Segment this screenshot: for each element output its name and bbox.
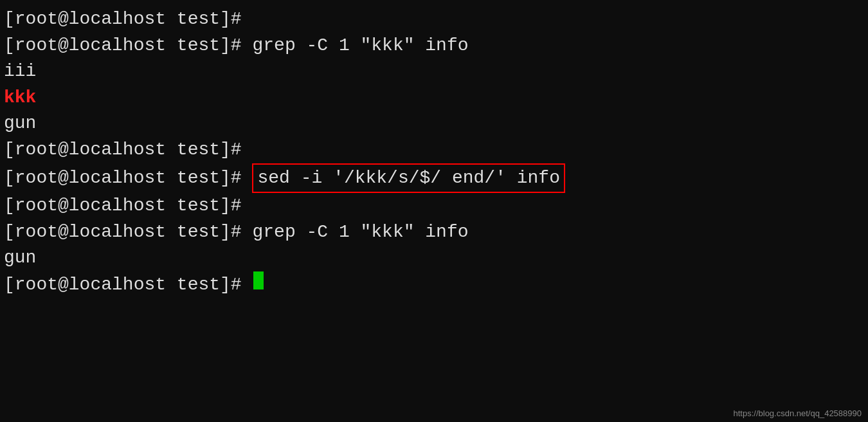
watermark: https://blog.csdn.net/qq_42588990: [734, 408, 862, 418]
output-5: gun: [4, 111, 36, 137]
terminal-line-12: gun: [4, 245, 864, 271]
output-red-4: kkk: [4, 85, 36, 111]
terminal-line-6: [root@localhost test]#: [4, 137, 864, 163]
prompt-13: [root@localhost test]#: [4, 272, 242, 298]
prompt-9: [root@localhost test]#: [4, 219, 242, 246]
terminal: [root@localhost test]# [root@localhost t…: [0, 0, 868, 305]
terminal-line-1: [root@localhost test]#: [4, 6, 864, 33]
prompt-1: [root@localhost test]#: [4, 6, 242, 33]
prompt-8: [root@localhost test]#: [4, 193, 242, 219]
terminal-line-3: iii: [4, 59, 864, 85]
prompt-2: [root@localhost test]#: [4, 33, 242, 59]
terminal-line-2: [root@localhost test]# grep -C 1 "kkk" i…: [4, 33, 864, 59]
terminal-line-5: gun: [4, 111, 864, 137]
sed-command-highlighted: sed -i '/kkk/s/$/ end/' info: [252, 163, 565, 194]
terminal-line-4: kkk: [4, 85, 864, 111]
command-2: grep -C 1 "kkk" info: [242, 33, 469, 59]
terminal-line-9: [root@localhost test]# grep -C 1 "kkk" i…: [4, 219, 864, 246]
cursor: [253, 271, 264, 289]
command-space-13: [242, 272, 253, 298]
prompt-6: [root@localhost test]#: [4, 137, 242, 163]
command-pre-7: [242, 165, 253, 192]
output-12: gun: [4, 245, 36, 271]
terminal-line-8: [root@localhost test]#: [4, 193, 864, 219]
command-9: grep -C 1 "kkk" info: [242, 219, 469, 246]
prompt-7: [root@localhost test]#: [4, 165, 242, 192]
terminal-line-7: [root@localhost test]# sed -i '/kkk/s/$/…: [4, 163, 864, 194]
output-3: iii: [4, 59, 36, 85]
terminal-line-13: [root@localhost test]#: [4, 271, 864, 298]
